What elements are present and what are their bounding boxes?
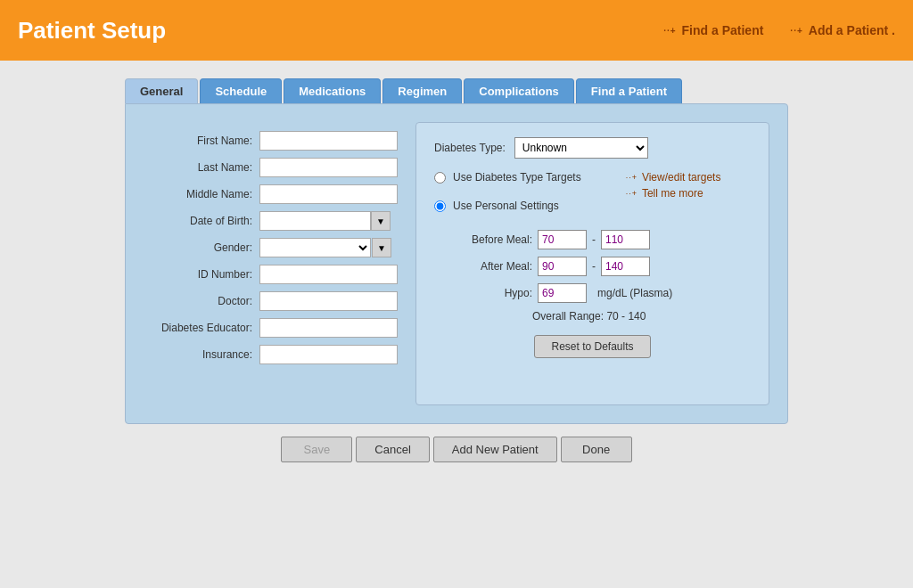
- view-edit-dots: ··+: [626, 173, 637, 182]
- add-new-patient-button[interactable]: Add New Patient: [433, 437, 557, 462]
- after-meal-dash: -: [592, 260, 596, 273]
- middle-name-input[interactable]: [259, 184, 398, 204]
- tell-me-more-dots: ··+: [626, 189, 637, 198]
- radio-options: Use Diabetes Type Targets Use Personal S…: [434, 171, 581, 221]
- tab-regimen[interactable]: Regimen: [382, 78, 462, 103]
- middle-name-row: Middle Name:: [144, 184, 398, 204]
- form-container: First Name: Last Name: Middle Name: Date…: [125, 103, 788, 424]
- doctor-row: Doctor:: [144, 291, 398, 311]
- doctor-label: Doctor:: [144, 295, 259, 307]
- last-name-input[interactable]: [259, 158, 398, 177]
- dob-row: Date of Birth: ▼: [144, 211, 398, 231]
- radio-section: Use Diabetes Type Targets Use Personal S…: [434, 171, 751, 221]
- after-meal-row: After Meal: -: [452, 257, 751, 276]
- hypo-input[interactable]: [538, 283, 587, 303]
- use-personal-settings-radio[interactable]: [434, 200, 446, 212]
- after-meal-low-input[interactable]: [538, 257, 587, 276]
- unit-label: mg/dL (Plasma): [597, 287, 672, 299]
- first-name-row: First Name:: [144, 131, 398, 151]
- first-name-input[interactable]: [259, 131, 398, 151]
- overall-range: Overall Range: 70 - 140: [434, 310, 751, 323]
- insurance-input[interactable]: [259, 345, 398, 364]
- dob-dropdown-btn[interactable]: ▼: [371, 211, 391, 231]
- tab-bar: General Schedule Medications Regimen Com…: [125, 78, 788, 103]
- gender-dropdown-btn[interactable]: ▼: [372, 238, 391, 257]
- tell-me-more-label: Tell me more: [642, 187, 703, 200]
- before-meal-high-input[interactable]: [601, 230, 650, 249]
- add-patient-nav-label: Add a Patient .: [809, 23, 895, 37]
- use-personal-settings-label: Use Personal Settings: [453, 200, 559, 212]
- id-number-label: ID Number:: [144, 268, 259, 281]
- right-panel: Diabetes Type: Unknown Type 1 Type 2 Ges…: [415, 122, 769, 405]
- link-group: ··+ View/edit targets ··+ Tell me more: [626, 171, 721, 200]
- tab-complications[interactable]: Complications: [464, 78, 574, 103]
- id-number-input[interactable]: [259, 265, 398, 284]
- reset-defaults-button[interactable]: Reset to Defaults: [534, 335, 650, 358]
- before-meal-label: Before Meal:: [452, 233, 532, 246]
- done-button[interactable]: Done: [561, 437, 632, 462]
- header: Patient Setup ··+ Find a Patient ··+ Add…: [0, 0, 913, 61]
- use-diabetes-targets-row: Use Diabetes Type Targets: [434, 171, 581, 184]
- id-number-row: ID Number:: [144, 265, 398, 284]
- middle-name-label: Middle Name:: [144, 188, 259, 200]
- before-meal-row: Before Meal: -: [452, 230, 751, 249]
- after-meal-high-input[interactable]: [601, 257, 650, 276]
- diabetes-type-select[interactable]: Unknown Type 1 Type 2 Gestational: [514, 137, 648, 159]
- dob-input[interactable]: [259, 211, 371, 231]
- app-title: Patient Setup: [18, 17, 637, 45]
- view-edit-targets-link[interactable]: ··+ View/edit targets: [626, 171, 721, 184]
- add-patient-dots: ··+: [790, 26, 802, 36]
- find-patient-nav[interactable]: ··+ Find a Patient: [663, 23, 763, 37]
- use-diabetes-targets-radio[interactable]: [434, 172, 446, 184]
- diabetes-educator-label: Diabetes Educator:: [144, 322, 259, 334]
- save-button[interactable]: Save: [281, 437, 352, 462]
- gender-select[interactable]: Male Female: [259, 238, 371, 257]
- add-patient-nav[interactable]: ··+ Add a Patient .: [790, 23, 895, 37]
- before-meal-low-input[interactable]: [538, 230, 587, 249]
- overall-range-value: 70 - 140: [606, 310, 646, 323]
- hypo-label: Hypo:: [452, 287, 532, 299]
- gender-row: Gender: Male Female ▼: [144, 238, 398, 257]
- main-content: General Schedule Medications Regimen Com…: [0, 61, 913, 480]
- hypo-row: Hypo: mg/dL (Plasma): [452, 283, 751, 303]
- tab-schedule[interactable]: Schedule: [200, 78, 282, 103]
- find-patient-dots: ··+: [663, 26, 676, 36]
- view-edit-targets-label: View/edit targets: [642, 171, 721, 184]
- diabetes-type-row: Diabetes Type: Unknown Type 1 Type 2 Ges…: [434, 137, 751, 159]
- gender-label: Gender:: [144, 241, 259, 254]
- dob-label: Date of Birth:: [144, 215, 259, 227]
- overall-range-label: Overall Range:: [532, 310, 604, 323]
- diabetes-educator-input[interactable]: [259, 318, 398, 338]
- bottom-buttons: Save Cancel Add New Patient Done: [125, 437, 788, 462]
- first-name-label: First Name:: [144, 135, 259, 147]
- tell-me-more-link[interactable]: ··+ Tell me more: [626, 187, 721, 200]
- last-name-row: Last Name:: [144, 158, 398, 177]
- before-meal-dash: -: [592, 233, 596, 246]
- left-panel: First Name: Last Name: Middle Name: Date…: [144, 122, 398, 405]
- diabetes-type-label: Diabetes Type:: [434, 142, 506, 154]
- after-meal-label: After Meal:: [452, 260, 532, 273]
- cancel-button[interactable]: Cancel: [356, 437, 429, 462]
- tab-find-patient[interactable]: Find a Patient: [576, 78, 682, 103]
- use-personal-settings-row: Use Personal Settings: [434, 200, 581, 212]
- tab-general[interactable]: General: [125, 78, 198, 103]
- last-name-label: Last Name:: [144, 161, 259, 174]
- insurance-row: Insurance:: [144, 345, 398, 364]
- tab-medications[interactable]: Medications: [284, 78, 381, 103]
- insurance-label: Insurance:: [144, 348, 259, 361]
- diabetes-educator-row: Diabetes Educator:: [144, 318, 398, 338]
- settings-grid: Before Meal: - After Meal: - Hypo: mg: [434, 230, 751, 303]
- doctor-input[interactable]: [259, 291, 398, 311]
- find-patient-nav-label: Find a Patient: [682, 23, 764, 37]
- use-diabetes-targets-label: Use Diabetes Type Targets: [453, 171, 581, 184]
